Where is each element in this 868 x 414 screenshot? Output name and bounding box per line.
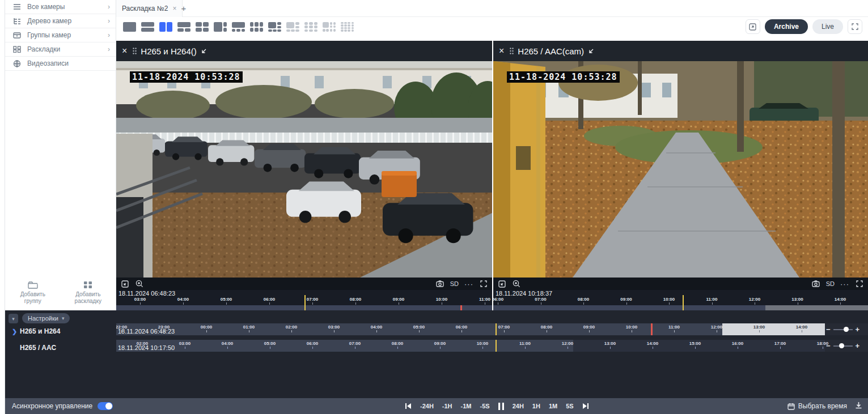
zoom-slider-knob[interactable] (844, 327, 849, 332)
track-item-2[interactable]: H265 / AAC (5, 342, 116, 353)
zoom-out-button[interactable]: − (826, 326, 831, 333)
event-marker (460, 305, 462, 310)
expand-chevron-icon[interactable]: ❯ (12, 328, 20, 335)
layout-1big-7-icon[interactable] (286, 22, 299, 32)
more-icon[interactable]: ··· (464, 280, 473, 288)
tab-layout-2[interactable]: Раскладка №2 × (116, 0, 183, 17)
layout-2x2-icon[interactable] (196, 22, 209, 32)
archive-mode-button[interactable]: Archive (765, 19, 808, 34)
layout-1plus2-icon[interactable] (177, 22, 190, 32)
zoom-slider[interactable] (833, 345, 853, 347)
camera-1-header[interactable]: × H265 и H264() (116, 41, 492, 61)
track-1-timeline[interactable]: 18.11.2024 06:48:23 22:0023:0000:0001:00… (116, 323, 868, 335)
layout-1big-2right-icon[interactable] (214, 22, 227, 32)
layout-2cols-icon[interactable] (159, 22, 172, 32)
popout-icon[interactable] (498, 280, 506, 288)
collapse-icon[interactable] (588, 48, 594, 54)
live-mode-button[interactable]: Live (812, 19, 843, 34)
fullscreen-icon[interactable] (479, 280, 488, 288)
track-2-timeline[interactable]: 18.11.2024 10:17:50 02:0003:0004:0005:00… (116, 340, 868, 352)
add-group-button[interactable]: Добавить группу (5, 279, 61, 307)
step-fwd-5s-button[interactable]: 5S (566, 403, 573, 409)
track-item-1[interactable]: ❯ H265 и H264 (5, 326, 116, 337)
add-layout-button[interactable]: Добавить раскладку (61, 279, 116, 307)
async-toggle[interactable] (98, 402, 113, 410)
collapse-panel-button[interactable]: ▾ (9, 314, 18, 323)
fullscreen-icon[interactable] (855, 280, 863, 288)
camera-2-controls: SD ··· (493, 278, 868, 290)
collapse-icon[interactable] (201, 48, 207, 54)
zoom-in-icon[interactable] (135, 280, 143, 288)
close-icon[interactable]: × (122, 46, 127, 56)
timeline-hour-label: 15:00 (689, 341, 701, 346)
close-icon[interactable]: × (499, 46, 504, 56)
sidebar-item-layouts[interactable]: Раскладки › (5, 42, 116, 57)
tab-close-icon[interactable]: × (172, 5, 176, 12)
skip-start-icon[interactable] (405, 403, 412, 409)
playhead-cursor[interactable] (496, 340, 497, 352)
step-back-1h-button[interactable]: -1H (442, 403, 452, 409)
zoom-in-button[interactable]: + (856, 342, 860, 349)
layout-1big-3bottom-icon[interactable] (232, 22, 245, 32)
sidebar-item-recordings[interactable]: Видеозаписи (5, 57, 116, 71)
camera-2-timeline[interactable]: 18.11.2024 10:18:37 06:0007:0008:0009:00… (493, 290, 868, 310)
timeline-tick (440, 347, 441, 349)
layout-4x4-icon[interactable] (341, 22, 354, 32)
layout-2x3-icon[interactable] (250, 22, 263, 32)
timeline-hour-label: 13:00 (604, 341, 616, 346)
zoom-slider-knob[interactable] (839, 343, 844, 348)
playhead-cursor[interactable] (496, 323, 497, 335)
snapshot-icon[interactable] (812, 280, 820, 288)
timeline-hour-label: 06:00 (493, 297, 503, 302)
download-icon[interactable] (855, 401, 862, 411)
zoom-slider[interactable] (833, 329, 853, 330)
timeline-hour-label: 11:00 (479, 297, 490, 302)
camera-1-video[interactable]: 11-18-2024 10:53:28 (116, 61, 492, 278)
step-fwd-24h-button[interactable]: 24H (513, 403, 524, 409)
popout-button[interactable] (746, 19, 760, 34)
sidebar-item-camera-tree[interactable]: Дерево камер › (5, 14, 116, 28)
layout-1big-5-icon[interactable] (268, 22, 281, 32)
camera-2-header[interactable]: × H265 / AAC(cam) (493, 41, 868, 61)
skip-end-icon[interactable] (582, 403, 589, 409)
timeline-tick (759, 330, 760, 332)
recording-band (493, 305, 765, 310)
playback-controls: -24H -1H -1M -5S 24H 1H 1M 5S (405, 398, 589, 414)
playhead-cursor[interactable] (304, 295, 306, 310)
popout-icon[interactable] (121, 280, 129, 288)
fullscreen-icon[interactable] (848, 19, 862, 34)
zoom-out-button[interactable]: − (826, 342, 831, 349)
quality-badge[interactable]: SD (826, 280, 835, 287)
zoom-in-button[interactable]: + (856, 326, 860, 333)
drag-handle-icon[interactable] (510, 48, 514, 54)
timeline-hour-label: 03:00 (328, 325, 340, 330)
drag-handle-icon[interactable] (133, 48, 137, 54)
layout-1x1-icon[interactable] (123, 22, 136, 32)
layout-3x3-icon[interactable] (304, 22, 317, 32)
more-icon[interactable]: ··· (840, 280, 849, 288)
sidebar-item-camera-groups[interactable]: Группы камер › (5, 28, 116, 42)
step-back-5s-button[interactable]: -5S (480, 403, 490, 409)
step-fwd-1m-button[interactable]: 1M (549, 403, 557, 409)
camera-1-timeline[interactable]: 18.11.2024 06:48:23 03:0004:0005:0006:00… (116, 290, 492, 310)
playhead-cursor[interactable] (683, 295, 684, 310)
snapshot-icon[interactable] (436, 280, 444, 288)
list-icon (13, 3, 22, 11)
sidebar-item-all-cameras[interactable]: Все камеры › (5, 0, 116, 14)
layout-toolbar: Archive Live (116, 17, 868, 37)
step-back-1m-button[interactable]: -1M (461, 403, 472, 409)
settings-button[interactable]: Настройки ▾ (22, 313, 70, 323)
camera-pane-2: × H265 / AAC(cam) (493, 41, 868, 310)
step-back-24h-button[interactable]: -24H (420, 403, 434, 409)
timeline-hour-label: 07:00 (349, 341, 361, 346)
layout-1big-8-icon[interactable] (323, 22, 336, 32)
layout-2rows-icon[interactable] (141, 22, 154, 32)
zoom-in-icon[interactable] (512, 280, 520, 288)
tab-bar: Раскладка №2 × + (116, 0, 868, 17)
step-fwd-1h-button[interactable]: 1H (532, 403, 540, 409)
pick-time-button[interactable]: Выбрать время (787, 402, 847, 410)
pause-icon[interactable] (498, 403, 504, 410)
camera-2-video[interactable]: 11-18-2024 10:53:28 (493, 61, 868, 278)
new-tab-button[interactable]: + (177, 2, 190, 15)
quality-badge[interactable]: SD (450, 280, 459, 287)
